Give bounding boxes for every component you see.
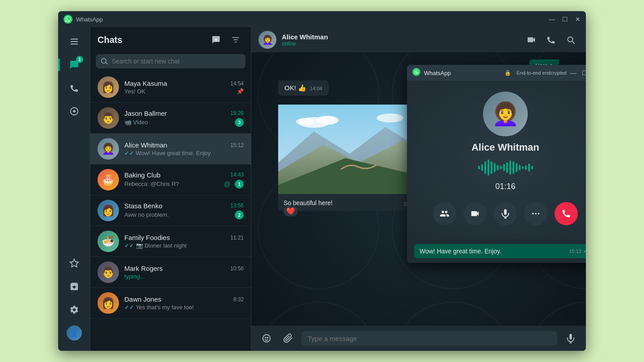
svg-rect-3 — [70, 44, 78, 45]
chat-time-stasa: 13:56 — [230, 202, 244, 209]
chat-name-baking: Baking Club — [124, 171, 161, 179]
chat-info-jason: Jason Ballmer 15:26 📹 Video 3 — [124, 109, 244, 127]
add-participant-button[interactable] — [433, 202, 456, 225]
maximize-button[interactable]: ☐ — [562, 16, 568, 22]
title-bar: WhatsApp — ☐ ✕ — [58, 11, 586, 27]
nav-chats-button[interactable]: 3 — [64, 54, 85, 76]
sidebar: Chats — [90, 27, 251, 351]
chat-info-dawn: Dawn Jones 8:32 ✓✓ Yes that's my fave to… — [124, 295, 244, 311]
chat-item-mark[interactable]: 👨 Mark Rogers 10:56 typing... — [90, 257, 251, 288]
nav-archive-button[interactable] — [64, 276, 85, 297]
voice-call-button[interactable] — [543, 32, 559, 48]
svg-point-0 — [64, 15, 72, 24]
message-image — [278, 105, 421, 194]
call-title-bar: WhatsApp 🔒 End-to-end endcrypted — ☐ ✕ — [407, 65, 586, 81]
more-options-button[interactable] — [524, 202, 547, 225]
chat-name-stasa: Stasa Benko — [124, 202, 162, 210]
chats-badge: 3 — [76, 56, 83, 63]
avatar-maya: 👩 — [97, 76, 119, 98]
call-minimize-button[interactable]: — — [570, 69, 576, 76]
svg-marker-6 — [70, 259, 78, 267]
chat-preview-alice: ✓✓ Wow! Have great time. Enjoy. — [124, 150, 244, 156]
chat-header: 👩‍🦱 Alice Whitman online — [251, 27, 586, 52]
wave-bar — [531, 166, 533, 169]
search-icon — [101, 58, 108, 65]
chat-time-alice: 15:12 — [230, 142, 244, 148]
nav-calls-button[interactable] — [64, 77, 85, 99]
chat-name-mark: Mark Rogers — [124, 265, 163, 272]
chat-info-maya: Maya Kasuma 14:54 Yes! OK 📌 — [124, 80, 244, 95]
title-bar-app-name: WhatsApp — [76, 16, 549, 23]
nav-starred-button[interactable] — [64, 253, 85, 274]
nav-settings-button[interactable] — [64, 299, 85, 320]
svg-rect-2 — [70, 41, 78, 42]
chat-item-maya[interactable]: 👩 Maya Kasuma 14:54 Yes! OK 📌 — [90, 72, 251, 103]
call-body: 👩‍🦱 Alice Whitman — [407, 81, 586, 240]
attach-button[interactable] — [280, 330, 296, 346]
minimize-button[interactable]: — — [549, 16, 555, 22]
video-call-button[interactable] — [523, 32, 539, 48]
call-actions — [433, 197, 578, 229]
sidebar-header: Chats — [90, 27, 251, 52]
wave-bar — [484, 161, 486, 174]
wave-bar — [513, 161, 514, 174]
chat-info-baking: Baking Club 14:43 Rebecca: @Chris R? @ 1 — [124, 171, 244, 189]
message-input[interactable] — [301, 331, 557, 346]
chat-header-status: online — [282, 41, 518, 47]
chat-item-jason[interactable]: 👨 Jason Ballmer 15:26 📹 Video 3 — [90, 103, 251, 134]
chat-input-area — [251, 326, 586, 351]
chat-time-jason: 15:26 — [230, 110, 244, 116]
close-button[interactable]: ✕ — [575, 16, 580, 22]
chat-name-maya: Maya Kasuma — [124, 80, 167, 87]
call-footer-message-bubble: Wow! Have great time. Enjoy. 15:12 ✓✓ — [414, 244, 586, 258]
avatar-baking: 🎂 — [97, 169, 119, 190]
svg-point-5 — [73, 110, 76, 113]
chat-preview-family: ✓✓ 📷 Dinner last night — [124, 242, 244, 249]
chat-item-alice[interactable]: 👩‍🦱 Alice Whitman 15:12 ✓✓ Wow! Have gre… — [90, 134, 251, 164]
wave-bar — [494, 163, 496, 172]
chat-item-dawn[interactable]: 👩 Dawn Jones 8:32 ✓✓ Yes that's my fave … — [90, 288, 251, 319]
svg-point-10 — [568, 37, 573, 42]
wave-bar — [522, 166, 524, 169]
image-caption-text: So beautiful here! — [284, 199, 333, 206]
chat-info-alice: Alice Whitman 15:12 ✓✓ Wow! Have great t… — [124, 141, 244, 156]
call-maximize-button[interactable]: ☐ — [582, 69, 586, 76]
message-reaction[interactable]: ❤️ — [284, 206, 298, 216]
svg-point-25 — [538, 213, 540, 215]
filter-button[interactable] — [228, 32, 244, 48]
search-chat-button[interactable] — [563, 32, 579, 48]
svg-point-19 — [263, 335, 271, 342]
chat-preview-stasa: Aww no problem. — [124, 211, 232, 218]
mic-button[interactable] — [563, 330, 579, 346]
emoji-button[interactable] — [258, 330, 275, 346]
avatar-family: 🍜 — [97, 231, 119, 252]
svg-point-23 — [532, 213, 534, 215]
wave-bar — [481, 164, 483, 171]
message-ok: OK! 👍 14:04 — [278, 80, 329, 96]
svg-point-24 — [535, 213, 537, 215]
chat-header-avatar[interactable]: 👩‍🦱 — [258, 31, 276, 49]
chat-badge-jason: 3 — [235, 118, 244, 127]
message-image-wrap: So beautiful here! 15:06 ❤️ — [278, 105, 421, 211]
nav-profile-avatar[interactable]: 👤 — [64, 322, 85, 344]
avatar-stasa: 👩 — [97, 200, 119, 221]
call-video-button[interactable] — [463, 202, 487, 225]
wave-bar — [516, 163, 517, 172]
new-chat-button[interactable] — [208, 32, 224, 48]
pin-icon-maya: 📌 — [237, 88, 244, 95]
svg-point-16 — [316, 116, 339, 125]
call-title-controls: — ☐ ✕ — [570, 69, 586, 76]
search-input[interactable] — [112, 58, 240, 65]
avatar-jason: 👨 — [97, 107, 119, 129]
mute-button[interactable] — [494, 202, 517, 225]
sidebar-header-icons — [208, 32, 244, 48]
left-nav: 3 — [58, 27, 90, 351]
nav-status-button[interactable] — [64, 101, 85, 122]
chat-item-family[interactable]: 🍜 Family Foodies 11:21 ✓✓ 📷 Dinner last … — [90, 226, 251, 257]
message-ok-time: 14:04 — [310, 86, 322, 91]
chat-header-info: Alice Whitman online — [282, 33, 518, 47]
chat-item-stasa[interactable]: 👩 Stasa Benko 13:56 Aww no problem. 2 — [90, 195, 251, 226]
chat-item-baking[interactable]: 🎂 Baking Club 14:43 Rebecca: @Chris R? @… — [90, 164, 251, 195]
end-call-button[interactable] — [555, 202, 578, 225]
nav-menu-button[interactable] — [64, 31, 85, 52]
